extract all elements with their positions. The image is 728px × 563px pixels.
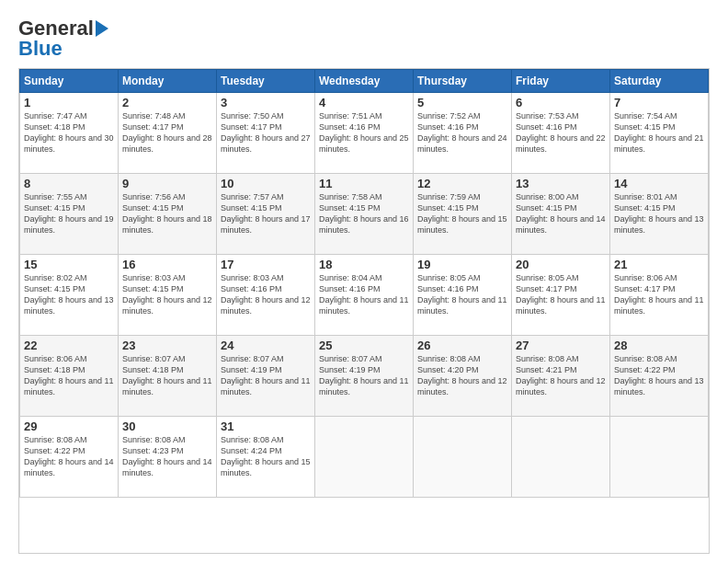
calendar-cell-4: 4 Sunrise: 7:51 AM Sunset: 4:16 PM Dayli… [315, 93, 414, 174]
day-info: Sunrise: 7:58 AM Sunset: 4:15 PM Dayligh… [319, 191, 409, 236]
day-number: 27 [516, 339, 606, 352]
day-info: Sunrise: 7:50 AM Sunset: 4:17 PM Dayligh… [221, 110, 311, 155]
calendar-week-5: 29 Sunrise: 8:08 AM Sunset: 4:22 PM Dayl… [20, 417, 709, 498]
day-info: Sunrise: 7:57 AM Sunset: 4:15 PM Dayligh… [221, 191, 311, 236]
calendar-cell-3: 3 Sunrise: 7:50 AM Sunset: 4:17 PM Dayli… [217, 93, 315, 174]
day-info: Sunrise: 7:51 AM Sunset: 4:16 PM Dayligh… [319, 110, 409, 155]
calendar-cell-7: 7 Sunrise: 7:54 AM Sunset: 4:15 PM Dayli… [610, 93, 709, 174]
day-number: 26 [417, 339, 507, 352]
calendar-cell-19: 19 Sunrise: 8:05 AM Sunset: 4:16 PM Dayl… [414, 255, 512, 336]
calendar-cell-20: 20 Sunrise: 8:05 AM Sunset: 4:17 PM Dayl… [512, 255, 610, 336]
calendar-cell-14: 14 Sunrise: 8:01 AM Sunset: 4:15 PM Dayl… [610, 174, 709, 255]
day-number: 29 [24, 419, 114, 433]
calendar-week-3: 15 Sunrise: 8:02 AM Sunset: 4:15 PM Dayl… [20, 255, 709, 336]
day-info: Sunrise: 8:03 AM Sunset: 4:15 PM Dayligh… [122, 272, 212, 317]
day-number: 23 [122, 339, 212, 352]
day-info: Sunrise: 8:00 AM Sunset: 4:15 PM Dayligh… [516, 191, 606, 236]
logo-arrow-icon [96, 20, 108, 37]
calendar-cell-5: 5 Sunrise: 7:52 AM Sunset: 4:16 PM Dayli… [414, 93, 512, 174]
day-number: 31 [221, 419, 311, 433]
calendar-cell-24: 24 Sunrise: 8:07 AM Sunset: 4:19 PM Dayl… [217, 336, 315, 417]
day-number: 2 [122, 96, 212, 109]
calendar-week-4: 22 Sunrise: 8:06 AM Sunset: 4:18 PM Dayl… [20, 336, 709, 417]
day-info: Sunrise: 7:48 AM Sunset: 4:17 PM Dayligh… [122, 110, 212, 155]
day-number: 21 [614, 258, 704, 271]
day-info: Sunrise: 8:01 AM Sunset: 4:15 PM Dayligh… [614, 191, 704, 236]
calendar-cell-26: 26 Sunrise: 8:08 AM Sunset: 4:20 PM Dayl… [414, 336, 512, 417]
calendar-cell-29: 29 Sunrise: 8:08 AM Sunset: 4:22 PM Dayl… [20, 417, 119, 498]
header-saturday: Saturday [610, 70, 709, 93]
day-number: 16 [122, 258, 212, 271]
calendar-cell-23: 23 Sunrise: 8:07 AM Sunset: 4:18 PM Dayl… [119, 336, 217, 417]
header-friday: Friday [512, 70, 610, 93]
day-info: Sunrise: 8:08 AM Sunset: 4:22 PM Dayligh… [24, 434, 114, 479]
day-info: Sunrise: 8:05 AM Sunset: 4:16 PM Dayligh… [417, 272, 507, 317]
day-info: Sunrise: 8:07 AM Sunset: 4:18 PM Dayligh… [122, 353, 212, 398]
day-info: Sunrise: 8:08 AM Sunset: 4:24 PM Dayligh… [221, 434, 311, 479]
day-info: Sunrise: 7:55 AM Sunset: 4:15 PM Dayligh… [24, 191, 114, 236]
calendar-cell-30: 30 Sunrise: 8:08 AM Sunset: 4:23 PM Dayl… [119, 417, 217, 498]
calendar: Sunday Monday Tuesday Wednesday Thursday… [18, 68, 710, 554]
empty-cell [512, 417, 610, 498]
day-number: 11 [319, 177, 409, 190]
logo: General Blue [18, 17, 108, 61]
weekday-header-row: Sunday Monday Tuesday Wednesday Thursday… [20, 70, 709, 93]
day-info: Sunrise: 7:56 AM Sunset: 4:15 PM Dayligh… [122, 191, 212, 236]
empty-cell [315, 417, 414, 498]
day-info: Sunrise: 8:04 AM Sunset: 4:16 PM Dayligh… [319, 272, 409, 317]
calendar-week-1: 1 Sunrise: 7:47 AM Sunset: 4:18 PM Dayli… [20, 93, 709, 174]
day-number: 17 [221, 258, 311, 271]
calendar-cell-18: 18 Sunrise: 8:04 AM Sunset: 4:16 PM Dayl… [315, 255, 414, 336]
day-info: Sunrise: 8:08 AM Sunset: 4:21 PM Dayligh… [516, 353, 606, 398]
calendar-cell-27: 27 Sunrise: 8:08 AM Sunset: 4:21 PM Dayl… [512, 336, 610, 417]
calendar-cell-2: 2 Sunrise: 7:48 AM Sunset: 4:17 PM Dayli… [119, 93, 217, 174]
calendar-cell-9: 9 Sunrise: 7:56 AM Sunset: 4:15 PM Dayli… [119, 174, 217, 255]
empty-cell [610, 417, 709, 498]
day-number: 22 [24, 339, 114, 352]
day-info: Sunrise: 7:47 AM Sunset: 4:18 PM Dayligh… [24, 110, 114, 155]
calendar-cell-15: 15 Sunrise: 8:02 AM Sunset: 4:15 PM Dayl… [20, 255, 119, 336]
calendar-cell-22: 22 Sunrise: 8:06 AM Sunset: 4:18 PM Dayl… [20, 336, 119, 417]
day-number: 9 [122, 177, 212, 190]
empty-cell [414, 417, 512, 498]
day-number: 6 [516, 96, 606, 109]
day-number: 10 [221, 177, 311, 190]
day-info: Sunrise: 7:59 AM Sunset: 4:15 PM Dayligh… [417, 191, 507, 236]
day-number: 13 [516, 177, 606, 190]
day-number: 12 [417, 177, 507, 190]
day-info: Sunrise: 7:52 AM Sunset: 4:16 PM Dayligh… [417, 110, 507, 155]
page: General Blue Sunday Monday Tuesday Wedne… [0, 0, 728, 563]
day-info: Sunrise: 8:06 AM Sunset: 4:17 PM Dayligh… [614, 272, 704, 317]
day-number: 19 [417, 258, 507, 271]
calendar-week-2: 8 Sunrise: 7:55 AM Sunset: 4:15 PM Dayli… [20, 174, 709, 255]
calendar-cell-13: 13 Sunrise: 8:00 AM Sunset: 4:15 PM Dayl… [512, 174, 610, 255]
calendar-cell-25: 25 Sunrise: 8:07 AM Sunset: 4:19 PM Dayl… [315, 336, 414, 417]
calendar-cell-6: 6 Sunrise: 7:53 AM Sunset: 4:16 PM Dayli… [512, 93, 610, 174]
day-number: 18 [319, 258, 409, 271]
header-monday: Monday [119, 70, 217, 93]
logo-blue: Blue [18, 37, 63, 61]
calendar-cell-8: 8 Sunrise: 7:55 AM Sunset: 4:15 PM Dayli… [20, 174, 119, 255]
day-info: Sunrise: 8:08 AM Sunset: 4:22 PM Dayligh… [614, 353, 704, 398]
day-info: Sunrise: 8:05 AM Sunset: 4:17 PM Dayligh… [516, 272, 606, 317]
calendar-cell-11: 11 Sunrise: 7:58 AM Sunset: 4:15 PM Dayl… [315, 174, 414, 255]
header-wednesday: Wednesday [315, 70, 414, 93]
day-number: 1 [24, 96, 114, 109]
header-sunday: Sunday [20, 70, 119, 93]
day-number: 3 [221, 96, 311, 109]
header-tuesday: Tuesday [217, 70, 315, 93]
calendar-cell-12: 12 Sunrise: 7:59 AM Sunset: 4:15 PM Dayl… [414, 174, 512, 255]
calendar-cell-28: 28 Sunrise: 8:08 AM Sunset: 4:22 PM Dayl… [610, 336, 709, 417]
day-number: 4 [319, 96, 409, 109]
day-number: 24 [221, 339, 311, 352]
calendar-cell-16: 16 Sunrise: 8:03 AM Sunset: 4:15 PM Dayl… [119, 255, 217, 336]
header-thursday: Thursday [414, 70, 512, 93]
day-info: Sunrise: 8:07 AM Sunset: 4:19 PM Dayligh… [319, 353, 409, 398]
calendar-cell-21: 21 Sunrise: 8:06 AM Sunset: 4:17 PM Dayl… [610, 255, 709, 336]
day-number: 7 [614, 96, 704, 109]
day-number: 28 [614, 339, 704, 352]
day-number: 8 [24, 177, 114, 190]
day-info: Sunrise: 8:06 AM Sunset: 4:18 PM Dayligh… [24, 353, 114, 398]
header: General Blue [18, 17, 710, 61]
day-info: Sunrise: 7:53 AM Sunset: 4:16 PM Dayligh… [516, 110, 606, 155]
